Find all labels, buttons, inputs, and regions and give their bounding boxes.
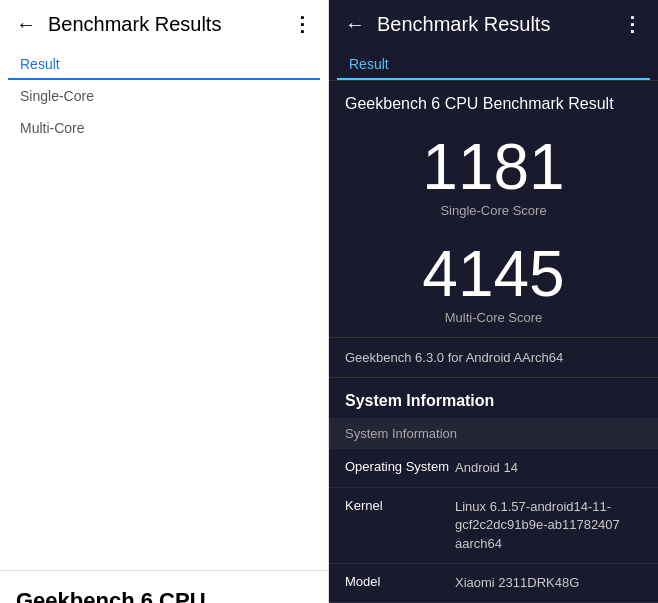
left-top-bar-left: ← Benchmark Results <box>16 13 221 36</box>
left-benchmark-title: Geekbench 6 CPU Benchmark <box>16 587 312 603</box>
right-tab-result[interactable]: Result <box>337 48 650 80</box>
right-info-table: System Information Operating System Andr… <box>329 418 658 603</box>
left-back-icon[interactable]: ← <box>16 13 36 36</box>
left-content: Geekbench 6 CPU Benchmark Result 1623 Si… <box>0 571 328 603</box>
right-single-core-score: 1181 <box>345 135 642 199</box>
left-top-bar: ← Benchmark Results ⋮ <box>0 0 328 48</box>
right-info-row-kernel: Kernel Linux 6.1.57-android14-11-gcf2c2d… <box>329 488 658 564</box>
right-top-bar-left: ← Benchmark Results <box>345 13 550 36</box>
left-panel: ← Benchmark Results ⋮ Result Single-Core… <box>0 0 329 603</box>
right-info-key-model: Model <box>345 574 455 592</box>
right-top-bar: ← Benchmark Results ⋮ <box>329 0 658 48</box>
right-back-icon[interactable]: ← <box>345 13 365 36</box>
right-info-row-os: Operating System Android 14 <box>329 449 658 488</box>
right-version-text: Geekbench 6.3.0 for Android AArch64 <box>329 337 658 378</box>
right-info-section-label: System Information <box>329 418 658 449</box>
right-single-core-label: Single-Core Score <box>345 203 642 218</box>
right-more-icon[interactable]: ⋮ <box>622 12 642 36</box>
left-tab-multi-core[interactable]: Multi-Core <box>8 112 320 144</box>
left-tabs: Result Single-Core Multi-Core <box>0 48 329 571</box>
right-info-key-os: Operating System <box>345 459 455 477</box>
right-multi-core-label: Multi-Core Score <box>345 310 642 325</box>
right-panel: ← Benchmark Results ⋮ Result Single-Core… <box>329 0 658 603</box>
right-info-value-kernel: Linux 6.1.57-android14-11-gcf2c2dc91b9e-… <box>455 498 642 553</box>
left-more-icon[interactable]: ⋮ <box>292 12 312 36</box>
right-multi-core-block: 4145 Multi-Core Score <box>329 230 658 337</box>
right-info-value-os: Android 14 <box>455 459 642 477</box>
right-single-core-block: 1181 Single-Core Score <box>329 123 658 230</box>
right-benchmark-title: Geekbench 6 CPU Benchmark Result <box>329 81 658 123</box>
right-multi-core-score: 4145 <box>345 242 642 306</box>
right-info-row-model: Model Xiaomi 2311DRK48G <box>329 564 658 603</box>
left-page-title: Benchmark Results <box>48 13 221 36</box>
right-info-value-model: Xiaomi 2311DRK48G <box>455 574 642 592</box>
right-system-info-header: System Information <box>329 378 658 418</box>
right-content: Geekbench 6 CPU Benchmark Result 1181 Si… <box>329 81 658 603</box>
left-tab-single-core[interactable]: Single-Core <box>8 80 320 112</box>
right-info-key-kernel: Kernel <box>345 498 455 553</box>
left-tab-result[interactable]: Result <box>8 48 320 80</box>
right-tabs: Result Single-Core Multi-Core <box>329 48 658 81</box>
right-page-title: Benchmark Results <box>377 13 550 36</box>
